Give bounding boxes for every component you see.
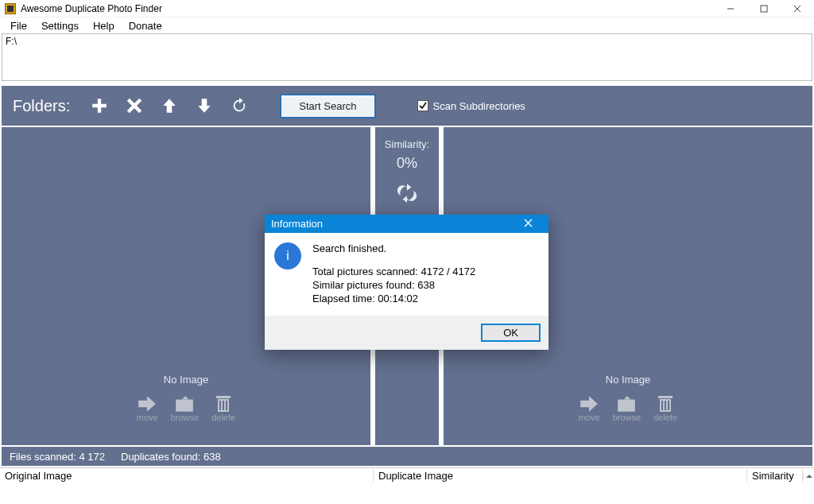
scan-subdirectories-checkbox[interactable] (417, 100, 428, 111)
results-header-row: Original Image Duplicate Image Similarit… (0, 467, 814, 483)
left-move-button[interactable]: move (137, 395, 158, 422)
svg-rect-6 (216, 396, 231, 398)
titlebar: Awesome Duplicate Photo Finder (0, 0, 814, 17)
folders-label: Folders: (13, 97, 70, 115)
rotate-icon[interactable] (375, 183, 439, 206)
scan-subdirectories-label: Scan Subdirectories (433, 100, 525, 112)
folder-path-list[interactable]: F:\ (2, 33, 812, 81)
remove-folder-button[interactable] (124, 95, 145, 116)
add-folder-button[interactable] (89, 95, 110, 116)
svg-rect-10 (618, 400, 636, 412)
menu-help[interactable]: Help (86, 19, 122, 33)
left-browse-button[interactable]: browse (171, 395, 199, 422)
svg-rect-8 (223, 401, 224, 410)
svg-rect-7 (219, 401, 221, 410)
svg-rect-4 (176, 400, 194, 412)
close-button[interactable] (781, 0, 814, 17)
menu-settings[interactable]: Settings (34, 19, 86, 33)
dialog-title: Information (271, 218, 323, 230)
dialog-message-2: Total pictures scanned: 4172 / 4172 (312, 266, 475, 277)
app-icon (5, 3, 16, 14)
right-delete-button[interactable]: delete (653, 395, 677, 422)
col-duplicate-image[interactable]: Duplicate Image (374, 470, 747, 482)
app-title: Awesome Duplicate Photo Finder (21, 3, 162, 14)
menu-donate[interactable]: Donate (122, 19, 169, 33)
similarity-value: 0% (375, 155, 439, 172)
svg-rect-12 (658, 396, 673, 398)
left-delete-button[interactable]: delete (211, 395, 235, 422)
dialog-message-1: Search finished. (312, 242, 475, 254)
move-down-button[interactable] (194, 95, 215, 116)
col-similarity[interactable]: Similarity (747, 470, 803, 482)
information-dialog: Information i Search finished. Total pic… (265, 215, 548, 350)
similarity-label: Similarity: (375, 138, 439, 150)
start-search-button[interactable]: Start Search (280, 94, 375, 118)
folders-toolbar: Folders: Start Search Scan Subdirectorie… (2, 86, 812, 126)
svg-rect-15 (668, 401, 669, 410)
no-image-right-label: No Image (444, 374, 812, 386)
right-browse-button[interactable]: browse (613, 395, 641, 422)
svg-rect-13 (661, 401, 663, 410)
maximize-button[interactable] (747, 0, 781, 17)
menubar: File Settings Help Donate (0, 17, 814, 33)
svg-rect-14 (665, 401, 666, 410)
dialog-message-4: Elapsed time: 00:14:02 (312, 293, 475, 304)
dialog-close-button[interactable] (514, 218, 542, 230)
status-bar: Files scanned: 4 172 Duplicates found: 6… (2, 447, 812, 466)
col-original-image[interactable]: Original Image (0, 470, 374, 482)
svg-rect-1 (761, 6, 767, 12)
info-icon: i (274, 242, 301, 269)
ok-button[interactable]: OK (481, 324, 541, 342)
dialog-message-3: Similar pictures found: 638 (312, 279, 475, 291)
move-up-button[interactable] (159, 95, 180, 116)
svg-rect-9 (226, 401, 227, 410)
no-image-left-label: No Image (2, 374, 370, 386)
folder-path-entry: F:\ (6, 36, 17, 47)
menu-file[interactable]: File (3, 19, 34, 33)
files-scanned-status: Files scanned: 4 172 (10, 451, 105, 463)
right-move-button[interactable]: move (579, 395, 600, 422)
scroll-up-button[interactable] (803, 473, 814, 479)
refresh-button[interactable] (229, 95, 250, 116)
duplicates-found-status: Duplicates found: 638 (121, 451, 221, 463)
minimize-button[interactable] (714, 0, 747, 17)
